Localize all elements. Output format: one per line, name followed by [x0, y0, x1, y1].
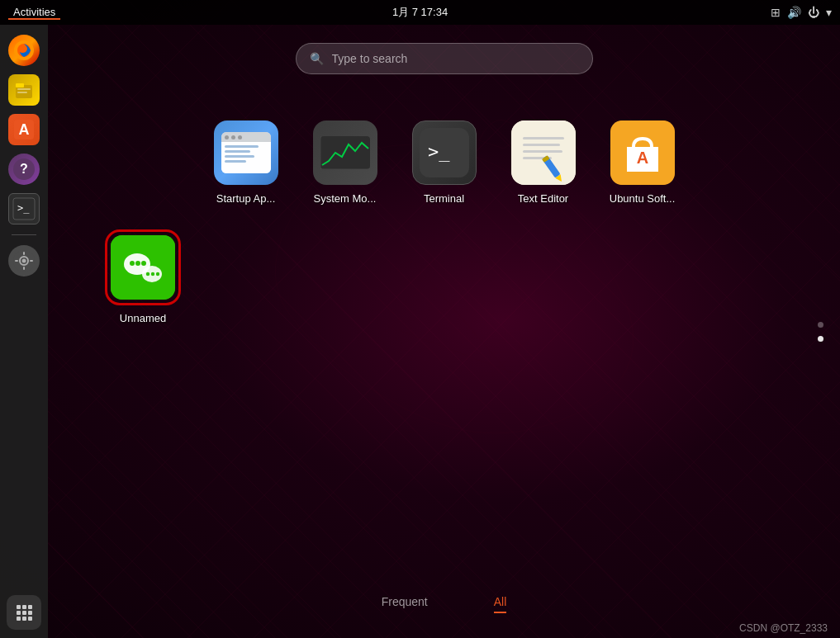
- clock: 1月 7 17:34: [392, 5, 448, 20]
- sysmon-icon-wrapper: [312, 120, 378, 186]
- svg-rect-22: [30, 260, 33, 262]
- svg-rect-31: [28, 617, 32, 621]
- svg-rect-9: [17, 92, 27, 93]
- activities-button[interactable]: Activities: [8, 6, 60, 20]
- grid-icon: [15, 603, 33, 621]
- svg-point-55: [156, 272, 159, 276]
- ubuntusoftware-label: Ubuntu Soft...: [610, 192, 676, 205]
- sidebar-item-firefox[interactable]: [7, 33, 41, 68]
- wechat-app-icon: [111, 235, 175, 300]
- system-tray: ⊞ 🔊 ⏻ ▾: [771, 6, 832, 19]
- svg-rect-7: [16, 83, 24, 87]
- svg-rect-38: [523, 137, 564, 139]
- texteditor-label: Text Editor: [518, 192, 568, 205]
- svg-rect-23: [17, 605, 21, 609]
- app-item-ubuntusoftware[interactable]: A Ubuntu Soft...: [601, 120, 684, 205]
- svg-point-49: [130, 261, 135, 266]
- sidebar-item-settings[interactable]: [7, 243, 41, 278]
- svg-rect-21: [15, 260, 18, 262]
- sidebar-item-software[interactable]: A: [7, 112, 41, 147]
- network-icon[interactable]: ⊞: [771, 6, 781, 19]
- startup-icon-wrapper: [213, 120, 279, 186]
- svg-point-51: [141, 261, 146, 266]
- show-apps-button[interactable]: [7, 595, 41, 630]
- app-item-sysmon[interactable]: System Mo...: [304, 120, 387, 205]
- top-bar: Activities 1月 7 17:34 ⊞ 🔊 ⏻ ▾: [0, 0, 840, 25]
- svg-text:?: ?: [20, 162, 28, 176]
- svg-point-50: [135, 261, 140, 266]
- svg-text:>_: >_: [17, 202, 30, 214]
- sidebar-divider: [12, 234, 36, 235]
- files-icon: [8, 74, 40, 106]
- terminal-icon-wrapper: >_: [411, 120, 477, 186]
- svg-rect-28: [28, 611, 32, 615]
- search-container: 🔍: [296, 43, 593, 74]
- bottom-tabs: Frequent All: [48, 595, 840, 613]
- volume-icon[interactable]: 🔊: [787, 6, 801, 19]
- ubuntusoftware-app-icon: A: [610, 121, 675, 185]
- ubuntusoftware-icon-wrapper: A: [610, 120, 676, 186]
- svg-rect-32: [320, 136, 370, 169]
- texteditor-icon-wrapper: [510, 120, 577, 186]
- svg-rect-29: [17, 617, 21, 621]
- svg-text:A: A: [636, 149, 648, 167]
- sysmon-app-icon: [313, 121, 377, 185]
- startup-label: Startup Ap...: [216, 192, 276, 205]
- svg-rect-40: [523, 150, 562, 153]
- app-item-texteditor[interactable]: Text Editor: [502, 120, 585, 205]
- main-content: 🔍: [48, 25, 840, 638]
- texteditor-app-icon: [511, 121, 576, 185]
- terminal-app-icon: >_: [412, 121, 477, 185]
- app-item-terminal[interactable]: >_ Terminal: [403, 120, 486, 205]
- startup-app-icon: [214, 121, 278, 185]
- search-icon: 🔍: [310, 52, 324, 65]
- svg-rect-25: [28, 605, 32, 609]
- app-item-wechat[interactable]: Unnamed: [97, 229, 188, 324]
- apps-grid: Startup Ap... System Mo...: [205, 120, 684, 205]
- search-bar[interactable]: 🔍: [296, 43, 593, 74]
- svg-point-54: [151, 272, 154, 276]
- power-icon[interactable]: ⏻: [808, 6, 819, 19]
- software-icon: A: [8, 114, 40, 145]
- app-item-startup[interactable]: Startup Ap...: [205, 120, 287, 205]
- svg-point-53: [146, 272, 149, 276]
- tab-frequent[interactable]: Frequent: [382, 595, 428, 613]
- sidebar: A ? >_: [0, 25, 48, 638]
- wechat-selection-border: [105, 229, 181, 305]
- sysmon-label: System Mo...: [314, 192, 377, 205]
- wechat-label: Unnamed: [120, 312, 166, 324]
- svg-point-18: [22, 259, 26, 263]
- help-icon: ?: [8, 154, 40, 185]
- svg-rect-8: [17, 88, 31, 90]
- pagination-dots: [818, 322, 823, 342]
- chevron-down-icon[interactable]: ▾: [826, 6, 832, 19]
- svg-rect-27: [22, 611, 26, 615]
- svg-text:A: A: [19, 121, 30, 138]
- sidebar-item-terminal[interactable]: >_: [7, 191, 41, 226]
- sidebar-item-help[interactable]: ?: [7, 152, 41, 187]
- search-input[interactable]: [332, 52, 579, 65]
- settings-icon: [8, 245, 40, 276]
- svg-rect-30: [22, 617, 26, 621]
- svg-rect-20: [23, 267, 25, 270]
- svg-rect-24: [22, 605, 26, 609]
- svg-rect-19: [23, 252, 25, 255]
- sidebar-item-files[interactable]: [7, 73, 41, 107]
- page-dot-1[interactable]: [818, 322, 823, 328]
- svg-rect-39: [523, 144, 560, 146]
- terminal-sidebar-icon: >_: [8, 193, 40, 224]
- svg-text:>_: >_: [428, 141, 450, 162]
- tab-all[interactable]: All: [494, 595, 507, 613]
- terminal-label: Terminal: [424, 192, 464, 205]
- page-dot-2[interactable]: [818, 336, 823, 342]
- svg-rect-26: [17, 611, 21, 615]
- firefox-icon: [8, 35, 40, 66]
